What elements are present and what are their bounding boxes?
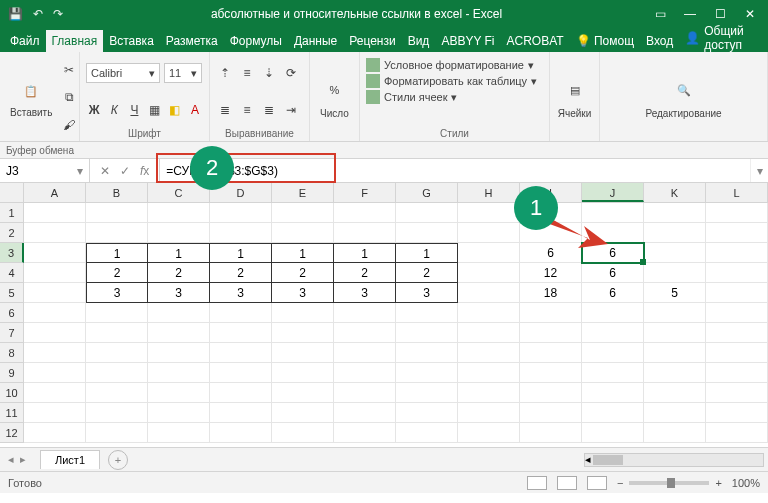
worksheet-grid[interactable]: ABCDEFGHIJKL 123111111664222222126533333… — [0, 183, 768, 447]
cell-L8[interactable] — [706, 343, 768, 363]
col-header-G[interactable]: G — [396, 183, 458, 202]
cell-C8[interactable] — [148, 343, 210, 363]
cell-A1[interactable] — [24, 203, 86, 223]
horizontal-scrollbar[interactable]: ◂ — [128, 453, 768, 467]
cell-B9[interactable] — [86, 363, 148, 383]
col-header-L[interactable]: L — [706, 183, 768, 202]
cell-B1[interactable] — [86, 203, 148, 223]
cell-D11[interactable] — [210, 403, 272, 423]
cell-B12[interactable] — [86, 423, 148, 443]
zoom-in-icon[interactable]: + — [715, 477, 721, 489]
cell-D5[interactable]: 3 — [210, 283, 272, 303]
tab-view[interactable]: Вид — [402, 30, 436, 52]
cell-H6[interactable] — [458, 303, 520, 323]
cell-D2[interactable] — [210, 223, 272, 243]
cell-styles-button[interactable]: Стили ячеек ▾ — [366, 90, 543, 104]
select-all-corner[interactable] — [0, 183, 24, 202]
cell-L3[interactable] — [706, 243, 768, 263]
cell-E5[interactable]: 3 — [272, 283, 334, 303]
cell-H8[interactable] — [458, 343, 520, 363]
cell-D3[interactable]: 1 — [210, 243, 272, 263]
cell-G12[interactable] — [396, 423, 458, 443]
cell-G5[interactable]: 3 — [396, 283, 458, 303]
row-header-11[interactable]: 11 — [0, 403, 24, 423]
fx-icon[interactable]: fx — [140, 164, 149, 178]
share-button[interactable]: 👤 Общий доступ — [679, 24, 764, 52]
cell-B6[interactable] — [86, 303, 148, 323]
cell-B2[interactable] — [86, 223, 148, 243]
cell-K2[interactable] — [644, 223, 706, 243]
indent-icon[interactable]: ⇥ — [282, 101, 300, 119]
align-top-icon[interactable]: ⇡ — [216, 64, 234, 82]
tab-abbyy[interactable]: ABBYY Fi — [435, 30, 500, 52]
align-right-icon[interactable]: ≣ — [260, 101, 278, 119]
bold-icon[interactable]: Ж — [86, 101, 102, 119]
align-bottom-icon[interactable]: ⇣ — [260, 64, 278, 82]
cell-B11[interactable] — [86, 403, 148, 423]
cell-E12[interactable] — [272, 423, 334, 443]
row-header-7[interactable]: 7 — [0, 323, 24, 343]
cell-G6[interactable] — [396, 303, 458, 323]
cell-A4[interactable] — [24, 263, 86, 283]
cell-G2[interactable] — [396, 223, 458, 243]
format-as-table-button[interactable]: Форматировать как таблицу ▾ — [366, 74, 543, 88]
copy-icon[interactable]: ⧉ — [60, 88, 78, 106]
cell-L1[interactable] — [706, 203, 768, 223]
cell-H1[interactable] — [458, 203, 520, 223]
cell-I5[interactable]: 18 — [520, 283, 582, 303]
view-layout-icon[interactable] — [557, 476, 577, 490]
sheet-nav-next-icon[interactable]: ▸ — [20, 453, 26, 466]
font-color-icon[interactable]: A — [187, 101, 203, 119]
tab-home[interactable]: Главная — [46, 30, 104, 52]
col-header-E[interactable]: E — [272, 183, 334, 202]
cell-J6[interactable] — [582, 303, 644, 323]
italic-icon[interactable]: К — [106, 101, 122, 119]
undo-icon[interactable]: ↶ — [33, 7, 43, 21]
cell-L10[interactable] — [706, 383, 768, 403]
cell-K8[interactable] — [644, 343, 706, 363]
cell-D12[interactable] — [210, 423, 272, 443]
cell-J7[interactable] — [582, 323, 644, 343]
fill-color-icon[interactable]: ◧ — [167, 101, 183, 119]
cell-I9[interactable] — [520, 363, 582, 383]
cell-C11[interactable] — [148, 403, 210, 423]
cell-F1[interactable] — [334, 203, 396, 223]
tab-file[interactable]: Файл — [4, 30, 46, 52]
cell-G8[interactable] — [396, 343, 458, 363]
cell-D8[interactable] — [210, 343, 272, 363]
cell-K11[interactable] — [644, 403, 706, 423]
cell-L6[interactable] — [706, 303, 768, 323]
cell-B7[interactable] — [86, 323, 148, 343]
tab-formulas[interactable]: Формулы — [224, 30, 288, 52]
cell-H12[interactable] — [458, 423, 520, 443]
col-header-J[interactable]: J — [582, 183, 644, 202]
cell-J12[interactable] — [582, 423, 644, 443]
row-header-2[interactable]: 2 — [0, 223, 24, 243]
cell-D7[interactable] — [210, 323, 272, 343]
cell-K10[interactable] — [644, 383, 706, 403]
cell-I7[interactable] — [520, 323, 582, 343]
cell-G4[interactable]: 2 — [396, 263, 458, 283]
cell-G9[interactable] — [396, 363, 458, 383]
align-center-icon[interactable]: ≡ — [238, 101, 256, 119]
cell-A9[interactable] — [24, 363, 86, 383]
cell-B10[interactable] — [86, 383, 148, 403]
cell-B8[interactable] — [86, 343, 148, 363]
close-icon[interactable]: ✕ — [742, 7, 758, 21]
col-header-A[interactable]: A — [24, 183, 86, 202]
cell-F2[interactable] — [334, 223, 396, 243]
number-format-button[interactable]: % Число — [316, 56, 353, 139]
cell-K5[interactable]: 5 — [644, 283, 706, 303]
cell-F12[interactable] — [334, 423, 396, 443]
cell-L12[interactable] — [706, 423, 768, 443]
cells-button[interactable]: ▤ Ячейки — [556, 56, 593, 139]
row-header-8[interactable]: 8 — [0, 343, 24, 363]
maximize-icon[interactable]: ☐ — [712, 7, 728, 21]
zoom-out-icon[interactable]: − — [617, 477, 623, 489]
row-header-4[interactable]: 4 — [0, 263, 24, 283]
name-box[interactable]: J3 ▾ — [0, 159, 90, 182]
cell-H9[interactable] — [458, 363, 520, 383]
cell-C1[interactable] — [148, 203, 210, 223]
tab-data[interactable]: Данные — [288, 30, 343, 52]
cell-H11[interactable] — [458, 403, 520, 423]
